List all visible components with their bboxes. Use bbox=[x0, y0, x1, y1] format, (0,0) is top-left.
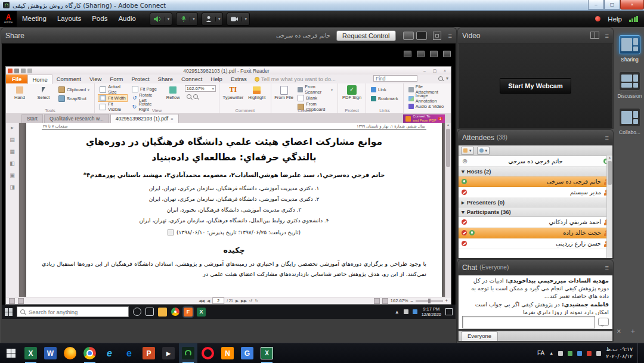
microphone-caret-icon[interactable]: ▾ bbox=[190, 17, 197, 21]
shared-search-box[interactable] bbox=[17, 306, 129, 317]
from-scanner-button[interactable]: From Scanner▾ bbox=[296, 85, 335, 94]
menu-audio[interactable]: Audio bbox=[113, 11, 141, 27]
request-control-button[interactable]: Request Control bbox=[336, 30, 396, 41]
scroll-thumb[interactable] bbox=[446, 129, 450, 167]
language-indicator[interactable]: FA bbox=[537, 350, 544, 356]
taskbar-icon-gom-player[interactable] bbox=[238, 343, 256, 363]
shared-start-button[interactable] bbox=[5, 308, 13, 316]
layers-panel-icon[interactable]: ◧ bbox=[10, 160, 15, 166]
participants-section-header[interactable]: ▾Participants (36) bbox=[459, 207, 612, 217]
shared-chrome-icon[interactable] bbox=[171, 308, 179, 316]
bookmark-button[interactable]: Bookmark bbox=[369, 94, 400, 103]
ribbon-tab-share[interactable]: Share bbox=[154, 75, 177, 83]
tray-icon-2[interactable] bbox=[568, 351, 572, 356]
tray-icon-1[interactable] bbox=[558, 351, 563, 356]
action-center-icon[interactable] bbox=[445, 308, 453, 315]
ribbon-tab-help[interactable]: Help bbox=[206, 75, 227, 83]
reflow-button[interactable]: Reflow bbox=[164, 85, 182, 108]
clock[interactable]: ۰۹:۱۷ ب.ظ۲۰۲۰/۰۸/۱۲ bbox=[606, 346, 633, 360]
menu-meeting[interactable]: Meeting bbox=[17, 11, 52, 27]
taskbar-icon-internet-explorer[interactable] bbox=[100, 343, 119, 363]
taskbar-icon-chrome[interactable] bbox=[80, 343, 99, 363]
zoom-slider[interactable] bbox=[416, 300, 443, 302]
actual-size-button[interactable]: Actual Size bbox=[98, 85, 128, 94]
convert-pdf-ad[interactable]: Convert Toand From PDF 1 bbox=[403, 114, 445, 123]
shared-tray-icon-2[interactable] bbox=[413, 309, 417, 314]
active-speaker-row[interactable]: حاتم فرجي ده سرخي ⊗ bbox=[459, 156, 612, 167]
file-explorer-icon[interactable] bbox=[158, 308, 167, 317]
status-select-icon[interactable] bbox=[18, 298, 24, 304]
email-icon[interactable] bbox=[27, 69, 32, 73]
layout-collaboration[interactable]: Collabo... bbox=[619, 108, 640, 135]
ribbon-tab-form[interactable]: Form bbox=[106, 75, 127, 83]
ribbon-tab-connect[interactable]: Connect bbox=[177, 75, 206, 83]
pdf-vertical-scrollbar[interactable]: ▲ bbox=[445, 123, 451, 297]
attendees-scroll-thumb[interactable] bbox=[608, 161, 612, 185]
link-button[interactable]: Link bbox=[369, 85, 400, 94]
tray-chevron-icon[interactable]: ▲ bbox=[395, 309, 400, 315]
shared-search-input[interactable] bbox=[27, 308, 119, 316]
webcam-button[interactable]: ▾ bbox=[227, 13, 250, 26]
help-menu[interactable]: Help bbox=[608, 15, 622, 23]
layout-sharing[interactable]: Sharing bbox=[619, 35, 640, 63]
audio-video-button[interactable]: Audio & Video bbox=[407, 103, 448, 110]
single-page-view-icon[interactable] bbox=[374, 298, 380, 304]
from-file-button[interactable]: From File bbox=[274, 85, 293, 108]
pdf-sign-button[interactable]: ✓PDF Sign bbox=[341, 85, 363, 108]
chat-input[interactable] bbox=[462, 316, 595, 328]
page-number-input[interactable]: 2 bbox=[212, 297, 224, 304]
video-grid-icon[interactable] bbox=[590, 32, 599, 40]
ribbon-tab-comment[interactable]: Comment bbox=[52, 75, 85, 83]
redo-view-icon[interactable]: ↻ bbox=[255, 299, 258, 303]
start-webcam-button[interactable]: Start My Webcam bbox=[500, 78, 571, 94]
tray-icon-5[interactable] bbox=[596, 351, 601, 356]
prev-page-icon[interactable]: ◀ bbox=[207, 299, 210, 303]
close-layout-icon[interactable]: × bbox=[617, 327, 621, 336]
cortana-icon[interactable] bbox=[133, 308, 141, 316]
image-annotation-button[interactable]: Image Annotation bbox=[407, 94, 448, 103]
view-fit-screen-icon[interactable] bbox=[416, 32, 427, 40]
attendees-pod-menu-icon[interactable]: ≡ bbox=[605, 134, 609, 141]
foxit-close-icon[interactable]: × bbox=[441, 69, 449, 73]
view-original-size-icon[interactable] bbox=[403, 32, 414, 40]
tab-close-icon[interactable]: × bbox=[171, 115, 174, 123]
comments-panel-icon[interactable]: ▣ bbox=[10, 172, 15, 178]
speaker-caret-icon[interactable]: ▾ bbox=[165, 17, 172, 21]
taskbar-icon-media-player[interactable] bbox=[159, 343, 178, 363]
pages-panel-icon[interactable]: ▦ bbox=[10, 148, 15, 154]
ribbon-tab-home[interactable]: Home bbox=[27, 75, 52, 84]
status-caret-icon[interactable]: ▾ bbox=[215, 17, 223, 21]
webcam-caret-icon[interactable]: ▾ bbox=[242, 17, 249, 21]
status-button[interactable]: ▾ bbox=[202, 13, 224, 26]
taskbar-icon-nox[interactable] bbox=[218, 343, 237, 363]
taskbar-icon-excel-document[interactable] bbox=[258, 343, 276, 363]
attendee-row-host-2[interactable]: مدير سيستم bbox=[459, 187, 612, 198]
zoom-spinner[interactable]: 162.67%▾ bbox=[185, 85, 216, 92]
fullscreen-icon[interactable] bbox=[433, 32, 441, 40]
maximize-button[interactable]: ▢ bbox=[604, 0, 620, 10]
menu-pods[interactable]: Pods bbox=[86, 11, 113, 27]
find-search-icon[interactable] bbox=[438, 76, 443, 81]
attachments-panel-icon[interactable]: ◨ bbox=[10, 184, 15, 190]
clipboard-button[interactable]: Clipboard▾ bbox=[57, 85, 91, 94]
foxit-minimize-icon[interactable]: – bbox=[420, 69, 429, 73]
ribbon-tab-protect[interactable]: Protect bbox=[128, 75, 154, 83]
share-pod-menu-icon[interactable]: ≡ bbox=[448, 32, 452, 39]
microphone-button[interactable]: ▾ bbox=[176, 13, 198, 26]
undo-view-icon[interactable]: ↺ bbox=[249, 299, 252, 303]
collapse-panel-icon[interactable]: ▸ bbox=[11, 125, 14, 131]
taskbar-icon-firefox[interactable] bbox=[61, 343, 79, 363]
first-page-icon[interactable]: ◀◀ bbox=[199, 299, 205, 303]
file-attachment-button[interactable]: File Attachment bbox=[407, 85, 448, 94]
tray-icon-4[interactable] bbox=[587, 351, 592, 356]
show-desktop-button[interactable] bbox=[637, 343, 641, 363]
attendee-row-participant-2[interactable]: حجت خالد زاده bbox=[459, 228, 612, 238]
find-caret-icon[interactable]: ▾ bbox=[446, 76, 448, 81]
hosts-section-header[interactable]: ▾Hosts (2) bbox=[459, 167, 612, 176]
close-button[interactable]: × bbox=[620, 0, 644, 10]
taskbar-icon-edge[interactable] bbox=[120, 343, 138, 363]
attendee-row-participant-3[interactable]: حسن زارع زرديني bbox=[459, 238, 612, 249]
chat-tab-everyone[interactable]: Everyone bbox=[461, 331, 498, 341]
typewriter-button[interactable]: TITypewriter bbox=[222, 85, 244, 108]
next-page-icon[interactable]: ▶ bbox=[236, 299, 239, 303]
